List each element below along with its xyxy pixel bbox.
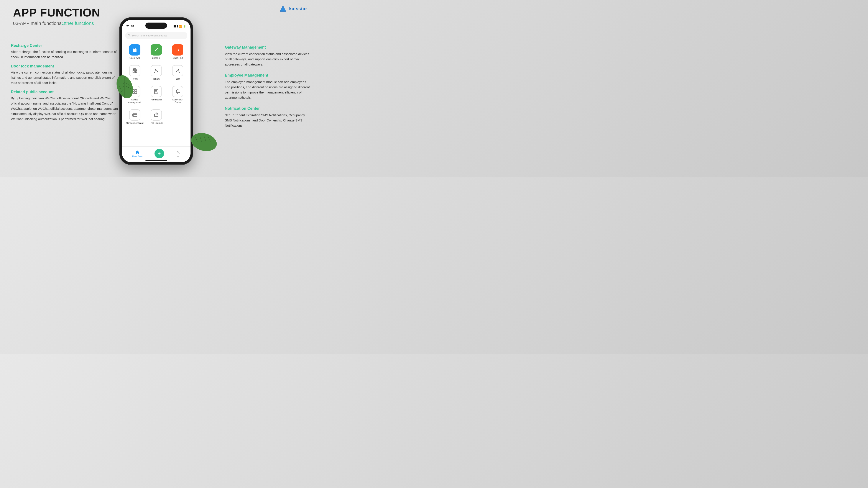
dynamic-island bbox=[145, 23, 167, 29]
subtitle-highlight: Other functions bbox=[61, 21, 94, 26]
app-item-management-card[interactable]: Management card bbox=[124, 106, 145, 127]
leaf-decoration-left bbox=[115, 74, 134, 100]
feature-notification: Notification Center Set up Tenant Expira… bbox=[225, 106, 312, 128]
app-icon-pending-list bbox=[151, 86, 162, 97]
feature-title-recharge: Recharge Center bbox=[11, 43, 119, 48]
header: APP FUNCTION 03-APP main functionsOther … bbox=[13, 6, 100, 26]
feature-title-notification: Notification Center bbox=[225, 106, 312, 111]
battery-icon: 🔋 bbox=[183, 25, 186, 28]
svg-point-15 bbox=[128, 34, 130, 36]
app-label-check-in: Check in bbox=[152, 57, 161, 59]
svg-point-19 bbox=[155, 69, 157, 71]
app-item-guest-pwd[interactable]: Guest pwd bbox=[124, 41, 145, 62]
svg-rect-30 bbox=[132, 113, 137, 117]
wifi-icon: 📶 bbox=[179, 25, 182, 28]
svg-rect-22 bbox=[135, 90, 137, 91]
page-title: APP FUNCTION bbox=[13, 6, 100, 19]
app-label-management-card: Management card bbox=[126, 122, 144, 125]
search-icon bbox=[128, 34, 130, 37]
app-icon-notification-center bbox=[172, 86, 183, 97]
nav-add-button[interactable]: + bbox=[155, 149, 164, 158]
feature-desc-door-lock: View the current connection status of al… bbox=[11, 70, 119, 86]
app-item-check-in[interactable]: Check in bbox=[146, 41, 167, 62]
app-label-notification-center: Notification Center bbox=[169, 98, 187, 104]
app-item-staff[interactable]: Staff bbox=[167, 62, 188, 83]
search-placeholder: Search for rooms/tenants/devices bbox=[132, 34, 167, 37]
feature-recharge-center: Recharge Center After recharge, the func… bbox=[11, 43, 119, 60]
feature-gateway: Gateway Management View the current conn… bbox=[225, 45, 312, 67]
feature-title-public-account: Related public account bbox=[11, 90, 119, 94]
app-icon-check-in bbox=[151, 44, 162, 56]
nav-me[interactable]: Me bbox=[176, 150, 180, 157]
svg-point-29 bbox=[157, 92, 157, 93]
svg-rect-24 bbox=[135, 92, 137, 94]
app-label-tenant: Tenant bbox=[153, 78, 159, 80]
bottom-nav: Home Page + Me bbox=[122, 147, 190, 161]
app-item-notification-center[interactable]: Notification Center bbox=[167, 83, 188, 106]
app-label-check-out: Check out bbox=[173, 57, 183, 59]
feature-title-door-lock: Door lock management bbox=[11, 64, 119, 69]
search-bar[interactable]: Search for rooms/tenants/devices bbox=[125, 32, 187, 39]
feature-desc-public-account: By uploading their own WeChat official a… bbox=[11, 96, 119, 122]
app-label-staff: Staff bbox=[176, 78, 180, 80]
app-label-pending-list: Pending list bbox=[151, 98, 162, 101]
app-label-guest-pwd: Guest pwd bbox=[129, 57, 140, 59]
right-panel: Gateway Management View the current conn… bbox=[225, 39, 312, 128]
app-label-lock-upgrade: Lock upgrade bbox=[150, 122, 163, 125]
svg-rect-17 bbox=[133, 70, 137, 73]
feature-desc-notification: Set up Tenant Expiration SMS Notificatio… bbox=[225, 112, 312, 128]
svg-rect-25 bbox=[155, 89, 158, 94]
app-icon-check-out bbox=[172, 44, 183, 56]
signal-icon: ▮▮▮ bbox=[174, 25, 178, 28]
svg-line-16 bbox=[129, 36, 130, 37]
feature-desc-recharge: After recharge, the function of sending … bbox=[11, 49, 119, 60]
status-time: 21:48 bbox=[126, 25, 134, 28]
home-indicator bbox=[145, 160, 167, 161]
logo-text: kaisstar bbox=[289, 6, 307, 11]
app-item-check-out[interactable]: Check out bbox=[167, 41, 188, 62]
left-panel: Recharge Center After recharge, the func… bbox=[11, 39, 119, 122]
app-icon-staff bbox=[172, 65, 183, 76]
feature-title-gateway: Gateway Management bbox=[225, 45, 312, 50]
app-icon-management-card bbox=[129, 109, 141, 121]
app-item-tenant[interactable]: Tenant bbox=[146, 62, 167, 83]
nav-home-label: Home Page bbox=[132, 155, 143, 157]
nav-me-label: Me bbox=[177, 155, 180, 157]
feature-employee: Employee Management The employee managem… bbox=[225, 73, 312, 100]
svg-point-20 bbox=[177, 69, 179, 71]
subtitle: 03-APP main functionsOther functions bbox=[13, 21, 100, 26]
app-icon-tenant bbox=[151, 65, 162, 76]
logo: kaisstar bbox=[279, 4, 307, 13]
app-item-pending-list[interactable]: Pending list bbox=[146, 83, 167, 106]
feature-public-account: Related public account By uploading thei… bbox=[11, 90, 119, 122]
svg-point-33 bbox=[178, 151, 179, 152]
app-icon-guest-pwd bbox=[129, 44, 141, 56]
subtitle-plain: 03-APP main functions bbox=[13, 21, 61, 26]
me-icon bbox=[176, 150, 180, 155]
feature-desc-gateway: View the current connection status and a… bbox=[225, 52, 312, 67]
app-item-lock-upgrade[interactable]: Lock upgrade bbox=[146, 106, 167, 127]
home-icon bbox=[135, 150, 140, 155]
app-icon-lock-upgrade bbox=[151, 109, 162, 121]
feature-door-lock: Door lock management View the current co… bbox=[11, 64, 119, 86]
add-icon: + bbox=[158, 151, 161, 157]
leaf-decoration-right bbox=[189, 130, 219, 154]
feature-desc-employee: The employee management module can add e… bbox=[225, 79, 312, 100]
status-icons: ▮▮▮ 📶 🔋 bbox=[174, 25, 186, 28]
kaisstar-logo-icon bbox=[279, 4, 287, 13]
nav-home[interactable]: Home Page bbox=[132, 150, 143, 157]
feature-title-employee: Employee Management bbox=[225, 73, 312, 78]
